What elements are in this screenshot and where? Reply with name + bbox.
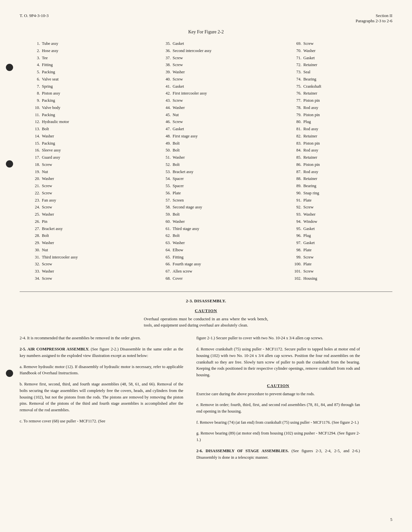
key-label: Second intercooler assy xyxy=(173,48,252,54)
key-num: 84. xyxy=(291,147,303,153)
key-item: 32.Screw xyxy=(29,261,121,267)
key-item: 99.Screw xyxy=(291,254,383,260)
key-item: 29.Washer xyxy=(29,240,121,246)
paragraph-2-5e: e. Remove in order; fourth, third, first… xyxy=(196,402,360,415)
key-item: 70.Washer xyxy=(291,48,383,54)
key-item: 89.Bearing xyxy=(291,183,383,189)
key-label: Screen xyxy=(173,197,252,204)
key-num: 76. xyxy=(291,90,303,97)
key-label: Pin xyxy=(42,219,121,225)
key-item: 34.Screw xyxy=(29,275,121,282)
key-item: 9.Packing xyxy=(29,98,121,104)
key-item: 82.Retainer xyxy=(291,133,383,139)
key-item: 101.Screw xyxy=(291,268,383,275)
key-num: 32. xyxy=(29,261,42,267)
key-num: 29. xyxy=(29,240,42,246)
key-num: 45. xyxy=(160,112,173,118)
key-item: 3.Tee xyxy=(29,55,121,61)
key-item: 57.Screen xyxy=(160,197,252,204)
key-item: 61.Third stage assy xyxy=(160,226,252,232)
key-num: 99. xyxy=(291,254,303,260)
key-num: 82. xyxy=(291,133,303,139)
key-label: Seal xyxy=(303,69,383,75)
key-label: Plate xyxy=(303,197,383,204)
key-item: 71.Gasket xyxy=(291,55,383,61)
key-num: 8. xyxy=(29,90,42,97)
key-item: 7.Spring xyxy=(29,83,121,90)
key-label: Fitting xyxy=(173,254,252,260)
key-item: 79.Piston pin xyxy=(291,112,383,118)
header: T. O. 9P4-3-10-3 Section II Paragraphs 2… xyxy=(20,13,392,24)
key-item: 80.Plug xyxy=(291,119,383,125)
key-label: Retainer xyxy=(303,154,383,161)
key-label: Tee xyxy=(42,55,121,61)
key-num: 53. xyxy=(160,169,173,175)
key-num: 92. xyxy=(291,204,303,210)
paragraph-2-5f: f. Remove bearing (74) (at fan end) from… xyxy=(196,419,360,426)
key-item: 76.Retainer xyxy=(291,90,383,97)
key-num: 85. xyxy=(291,154,303,161)
paragraph-2-5a: a. Remove hydraulic motor (12). If disas… xyxy=(20,364,183,377)
key-num: 36. xyxy=(160,48,173,54)
caution-left-text: Overhaul operations must be conducted in… xyxy=(144,316,268,329)
key-num: 4. xyxy=(29,62,42,68)
key-item: 78.Rod assy xyxy=(291,105,383,111)
key-item: 39.Washer xyxy=(160,69,252,75)
key-num: 11. xyxy=(29,112,42,118)
header-right-line1: Section II xyxy=(356,13,392,18)
caution-right-title: CAUTION xyxy=(196,383,360,388)
sidebar-dot-3 xyxy=(6,370,13,378)
key-label: Third intercooler assy xyxy=(42,254,121,260)
key-label: Allen screw xyxy=(173,268,252,275)
key-label: Screw xyxy=(173,119,252,125)
key-item: 83.Piston pin xyxy=(291,140,383,147)
key-item: 31.Third intercooler assy xyxy=(29,254,121,260)
key-label: Retainer xyxy=(303,176,383,182)
key-num: 81. xyxy=(291,126,303,132)
para-text: 2-4. It is recommended that the assembli… xyxy=(20,336,141,340)
key-item: 98.Plate xyxy=(291,247,383,253)
key-item: 60.Washer xyxy=(160,219,252,225)
key-label: Nut xyxy=(42,247,121,253)
key-label: Packing xyxy=(42,140,121,147)
key-item: 25.Washer xyxy=(29,211,121,218)
key-label: Packing xyxy=(42,112,121,118)
main-content: 2-4. It is recommended that the assembli… xyxy=(20,335,392,465)
key-label: Valve body xyxy=(42,105,121,111)
key-num: 9. xyxy=(29,98,42,104)
key-item: 41.Gasket xyxy=(160,83,252,90)
key-num: 27. xyxy=(29,226,42,232)
key-columns: 1.Tube assy2.Hose assy3.Tee4.Fitting5.Pa… xyxy=(20,41,392,282)
key-num: 50. xyxy=(160,147,173,153)
key-num: 69. xyxy=(291,41,303,47)
key-num: 17. xyxy=(29,154,42,161)
key-num: 20. xyxy=(29,176,42,182)
key-item: 42.First intercooler assy xyxy=(160,90,252,97)
key-item: 15.Packing xyxy=(29,140,121,147)
key-num: 49. xyxy=(160,140,173,147)
key-column-2: 35.Gasket36.Second intercooler assy37.Sc… xyxy=(160,41,252,282)
key-item: 73.Seal xyxy=(291,69,383,75)
key-label: Retainer xyxy=(303,62,383,68)
key-label: Washer xyxy=(42,268,121,275)
key-item: 26.Pin xyxy=(29,219,121,225)
key-num: 65. xyxy=(160,254,173,260)
key-num: 80. xyxy=(291,119,303,125)
para-label: a. xyxy=(20,364,23,369)
key-num: 31. xyxy=(29,254,42,260)
key-item: 74.Bearing xyxy=(291,76,383,82)
key-label: Gasket xyxy=(303,240,383,246)
key-num: 43. xyxy=(160,98,173,104)
key-label: Packing xyxy=(42,69,121,75)
key-num: 88. xyxy=(291,176,303,182)
key-num: 14. xyxy=(29,133,42,139)
key-item: 36.Second intercooler assy xyxy=(160,48,252,54)
key-item: 85.Retainer xyxy=(291,154,383,161)
key-num: 48. xyxy=(160,133,173,139)
key-num: 46. xyxy=(160,119,173,125)
para-text: Remove crankshaft (75) using puller - MC… xyxy=(196,347,360,377)
key-item: 46.Screw xyxy=(160,119,252,125)
key-label: Screw xyxy=(173,76,252,82)
key-item: 91.Plate xyxy=(291,197,383,204)
key-label: Gasket xyxy=(173,83,252,90)
